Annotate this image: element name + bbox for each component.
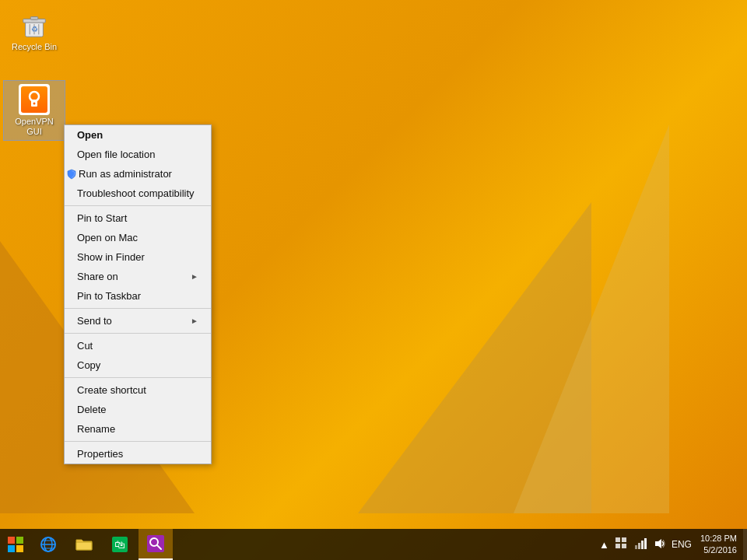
store-icon: 🛍 (110, 535, 129, 554)
clock-date: 5/2/2016 (700, 544, 737, 556)
context-menu-troubleshoot[interactable]: Troubleshoot compatibility (65, 184, 211, 203)
taskbar: 🛍 ▲ (0, 529, 747, 560)
recycle-bin-label: Recycle Bin (12, 42, 57, 52)
ie-icon (39, 535, 58, 554)
show-desktop-button[interactable] (743, 529, 747, 560)
svg-marker-33 (655, 539, 661, 548)
svg-rect-32 (644, 538, 647, 549)
context-menu-copy[interactable]: Copy (65, 355, 211, 375)
svg-point-9 (33, 103, 36, 105)
svg-rect-10 (8, 537, 15, 544)
show-hidden-icons[interactable]: ▲ (597, 539, 612, 551)
svg-rect-31 (641, 541, 644, 549)
svg-rect-27 (615, 544, 620, 548)
recycle-bin-icon[interactable]: ♻ Recycle Bin (3, 6, 65, 55)
windows-logo-icon (8, 537, 23, 552)
svg-rect-12 (8, 545, 15, 552)
taskview-button[interactable] (613, 537, 630, 552)
context-menu-rename[interactable]: Rename (65, 419, 211, 439)
context-menu-open-mac[interactable]: Open on Mac (65, 228, 211, 247)
submenu-arrow-send-to: ► (191, 317, 198, 325)
context-menu-run-as-admin[interactable]: Run as administrator (65, 164, 211, 184)
taskbar-app-search[interactable] (139, 529, 173, 560)
svg-rect-26 (622, 537, 626, 542)
network-icon[interactable] (632, 537, 649, 552)
shield-icon (66, 169, 77, 180)
taskbar-apps: 🛍 (31, 529, 597, 560)
context-menu-share-on[interactable]: Share on ► (65, 267, 211, 286)
svg-rect-28 (622, 544, 626, 548)
notification-area: ▲ ENG (597, 529, 747, 560)
separator-1 (65, 205, 211, 206)
clock-time: 10:28 PM (700, 533, 737, 544)
folder-icon (75, 535, 93, 554)
volume-icon[interactable] (651, 537, 668, 552)
taskbar-app-ie[interactable] (31, 529, 65, 560)
svg-rect-29 (635, 545, 637, 549)
svg-rect-25 (615, 537, 620, 542)
taskview-icon (615, 537, 628, 550)
volume-svg-icon (653, 537, 665, 550)
context-menu-open[interactable]: Open (65, 125, 211, 145)
svg-rect-11 (16, 537, 23, 544)
separator-4 (65, 377, 211, 378)
system-clock[interactable]: 10:28 PM 5/2/2016 (696, 533, 742, 557)
svg-rect-13 (16, 545, 23, 552)
recycle-bin-image: ♻ (19, 9, 50, 40)
separator-5 (65, 441, 211, 442)
start-button[interactable] (0, 529, 31, 560)
svg-rect-2 (30, 17, 38, 20)
openvpn-label: OpenVPN GUI (7, 117, 61, 137)
network-svg-icon (634, 537, 647, 550)
language-indicator[interactable]: ENG (669, 539, 694, 550)
submenu-arrow-share: ► (191, 272, 198, 281)
openvpn-image (19, 84, 50, 115)
context-menu-properties[interactable]: Properties (65, 444, 211, 464)
taskbar-app-store[interactable]: 🛍 (103, 529, 137, 560)
context-menu-delete[interactable]: Delete (65, 400, 211, 419)
context-menu-show-finder[interactable]: Show in Finder (65, 247, 211, 267)
openvpn-icon[interactable]: OpenVPN GUI (3, 80, 65, 141)
context-menu-create-shortcut[interactable]: Create shortcut (65, 380, 211, 400)
separator-3 (65, 333, 211, 334)
search-icon (147, 535, 164, 552)
context-menu-pin-start[interactable]: Pin to Start (65, 208, 211, 228)
svg-text:🛍: 🛍 (114, 538, 125, 551)
context-menu-send-to[interactable]: Send to ► (65, 311, 211, 331)
svg-rect-19 (76, 542, 92, 550)
svg-rect-30 (638, 543, 640, 549)
context-menu-open-file-location[interactable]: Open file location (65, 145, 211, 164)
context-menu-pin-taskbar[interactable]: Pin to Taskbar (65, 286, 211, 306)
taskbar-app-explorer[interactable] (67, 529, 101, 560)
context-menu-cut[interactable]: Cut (65, 336, 211, 355)
separator-2 (65, 308, 211, 309)
svg-text:♻: ♻ (31, 25, 38, 33)
context-menu: Open Open file location Run as administr… (64, 124, 212, 464)
